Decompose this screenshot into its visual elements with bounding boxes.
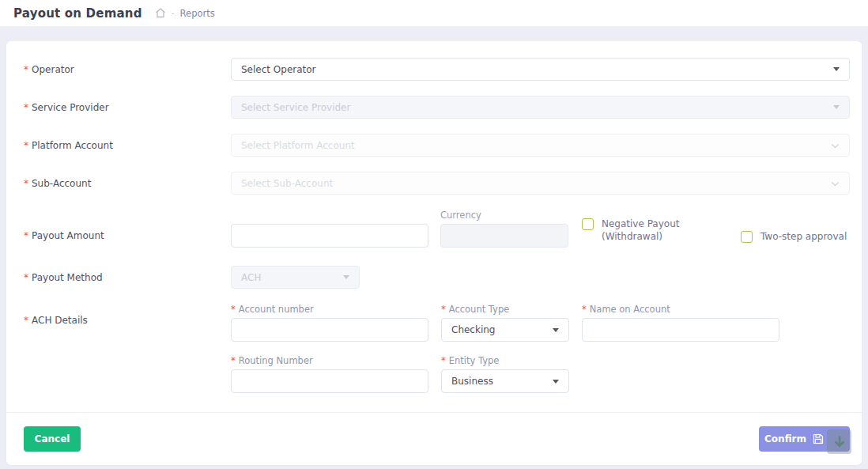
account-type-label: *Account Type: [441, 304, 569, 315]
routing-number-field: *Routing Number: [231, 355, 428, 393]
entity-type-select-value: Business: [451, 376, 493, 387]
payout-form-card: *Operator Select Operator *Service Provi…: [6, 41, 862, 465]
name-on-account-label: *Name on Account: [582, 304, 779, 315]
routing-number-label: *Routing Number: [231, 355, 428, 366]
field-row-platform-account: *Platform Account Select Platform Accoun…: [24, 134, 850, 157]
cancel-button[interactable]: Cancel: [24, 426, 81, 452]
chevron-down-icon: [831, 140, 840, 151]
top-header: Payout on Demand - Reports: [0, 0, 868, 26]
currency-group: Currency: [440, 210, 568, 248]
required-marker: *: [24, 178, 28, 189]
platform-account-select: Select Platform Account: [231, 134, 850, 157]
caret-down-icon: [343, 275, 349, 279]
save-icon: [813, 433, 824, 444]
field-row-ach-details: *ACH Details *Account number *Account Ty…: [24, 304, 850, 393]
field-row-payout-method: *Payout Method ACH: [24, 266, 850, 289]
page-background: *Operator Select Operator *Service Provi…: [0, 26, 868, 469]
service-provider-select-value: Select Service Provider: [241, 102, 350, 113]
account-number-input[interactable]: [231, 318, 428, 342]
caret-down-icon: [553, 328, 559, 332]
entity-type-label: *Entity Type: [441, 355, 569, 366]
operator-select-value: Select Operator: [241, 64, 316, 75]
breadcrumb: - Reports: [155, 8, 215, 19]
negative-payout-checkbox[interactable]: [582, 218, 594, 230]
required-marker: *: [24, 102, 28, 113]
platform-account-label: *Platform Account: [24, 140, 231, 151]
account-type-field: *Account Type Checking: [441, 304, 569, 342]
payout-method-select: ACH: [231, 266, 360, 289]
breadcrumb-item-reports[interactable]: Reports: [180, 8, 215, 19]
currency-input: [440, 224, 568, 248]
two-step-approval-checkbox[interactable]: [741, 231, 753, 243]
payout-amount-input[interactable]: [231, 224, 428, 248]
payout-amount-label: *Payout Amount: [24, 230, 231, 241]
required-marker: *: [24, 272, 28, 283]
caret-down-icon: [553, 380, 559, 384]
account-number-field: *Account number: [231, 304, 428, 342]
routing-number-input[interactable]: [231, 369, 428, 393]
platform-account-select-value: Select Platform Account: [241, 140, 355, 151]
payout-form-body: *Operator Select Operator *Service Provi…: [6, 41, 862, 412]
ach-details-label: *ACH Details: [24, 315, 231, 326]
two-step-approval-label: Two-step approval: [760, 230, 847, 243]
sub-account-select-value: Select Sub-Account: [241, 178, 333, 189]
operator-label: *Operator: [24, 64, 231, 75]
field-row-sub-account: *Sub-Account Select Sub-Account: [24, 172, 850, 195]
ach-details-grid: *Account number *Account Type Checking *…: [231, 304, 850, 393]
sub-account-label: *Sub-Account: [24, 178, 231, 189]
required-marker: *: [24, 64, 28, 75]
down-arrow-icon: [834, 436, 845, 448]
field-row-operator: *Operator Select Operator: [24, 58, 850, 81]
required-marker: *: [24, 140, 28, 151]
field-row-payout-amount: *Payout Amount Currency Negative Payout …: [24, 210, 850, 248]
two-step-approval-checkbox-group: Two-step approval: [741, 230, 847, 243]
caret-down-icon: [833, 67, 840, 71]
sub-account-select: Select Sub-Account: [231, 172, 850, 195]
required-marker: *: [24, 315, 28, 326]
page-title: Payout on Demand: [13, 6, 142, 21]
service-provider-label: *Service Provider: [24, 102, 231, 113]
account-type-select-value: Checking: [451, 324, 495, 335]
currency-label: Currency: [440, 210, 568, 221]
payout-method-select-value: ACH: [241, 272, 261, 283]
name-on-account-input[interactable]: [582, 318, 779, 342]
form-footer: Cancel Confirm: [6, 412, 862, 465]
entity-type-select[interactable]: Business: [441, 369, 569, 393]
service-provider-select: Select Service Provider: [231, 96, 850, 119]
negative-payout-checkbox-group: Negative Payout (Withdrawal): [582, 217, 692, 243]
operator-select[interactable]: Select Operator: [231, 58, 850, 81]
caret-down-icon: [833, 105, 840, 109]
scroll-down-button[interactable]: [827, 429, 851, 454]
account-type-select[interactable]: Checking: [441, 318, 569, 342]
required-marker: *: [24, 230, 28, 241]
breadcrumb-separator: -: [172, 8, 175, 18]
payout-amount-controls: Currency Negative Payout (Withdrawal) Tw…: [231, 210, 850, 248]
home-icon[interactable]: [155, 8, 166, 18]
account-number-label: *Account number: [231, 304, 428, 315]
field-row-service-provider: *Service Provider Select Service Provide…: [24, 96, 850, 119]
confirm-button-label: Confirm: [764, 433, 806, 444]
chevron-down-icon: [831, 178, 840, 189]
name-on-account-field: *Name on Account: [582, 304, 779, 342]
negative-payout-label: Negative Payout (Withdrawal): [602, 217, 692, 243]
confirm-button-wrap: Confirm: [759, 426, 850, 452]
payout-method-label: *Payout Method: [24, 272, 231, 283]
entity-type-field: *Entity Type Business: [441, 355, 569, 393]
